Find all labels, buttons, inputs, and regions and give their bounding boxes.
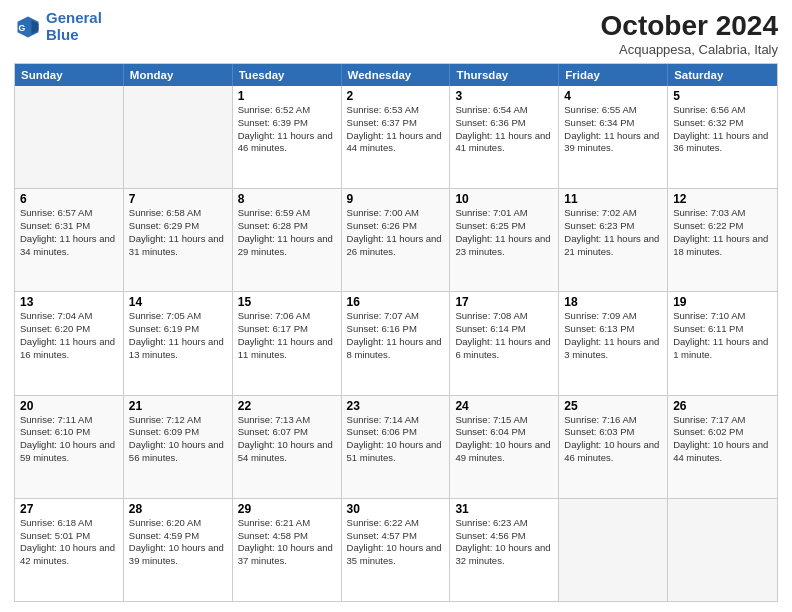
calendar-cell: 1Sunrise: 6:52 AM Sunset: 6:39 PM Daylig…	[233, 86, 342, 188]
day-number: 3	[455, 89, 553, 103]
calendar-cell: 8Sunrise: 6:59 AM Sunset: 6:28 PM Daylig…	[233, 189, 342, 291]
month-title: October 2024	[601, 10, 778, 42]
calendar-cell: 27Sunrise: 6:18 AM Sunset: 5:01 PM Dayli…	[15, 499, 124, 601]
logo-text: General Blue	[46, 10, 102, 43]
calendar-row: 13Sunrise: 7:04 AM Sunset: 6:20 PM Dayli…	[15, 291, 777, 394]
cell-info: Sunrise: 6:58 AM Sunset: 6:29 PM Dayligh…	[129, 207, 227, 258]
day-number: 19	[673, 295, 772, 309]
cell-info: Sunrise: 7:16 AM Sunset: 6:03 PM Dayligh…	[564, 414, 662, 465]
calendar-row: 1Sunrise: 6:52 AM Sunset: 6:39 PM Daylig…	[15, 86, 777, 188]
calendar-cell: 26Sunrise: 7:17 AM Sunset: 6:02 PM Dayli…	[668, 396, 777, 498]
cell-info: Sunrise: 6:52 AM Sunset: 6:39 PM Dayligh…	[238, 104, 336, 155]
cell-info: Sunrise: 7:17 AM Sunset: 6:02 PM Dayligh…	[673, 414, 772, 465]
calendar: SundayMondayTuesdayWednesdayThursdayFrid…	[14, 63, 778, 602]
day-number: 14	[129, 295, 227, 309]
day-number: 31	[455, 502, 553, 516]
cell-info: Sunrise: 7:12 AM Sunset: 6:09 PM Dayligh…	[129, 414, 227, 465]
day-number: 13	[20, 295, 118, 309]
cell-info: Sunrise: 7:05 AM Sunset: 6:19 PM Dayligh…	[129, 310, 227, 361]
calendar-header-cell: Sunday	[15, 64, 124, 86]
day-number: 20	[20, 399, 118, 413]
calendar-cell: 11Sunrise: 7:02 AM Sunset: 6:23 PM Dayli…	[559, 189, 668, 291]
calendar-cell	[559, 499, 668, 601]
calendar-cell: 14Sunrise: 7:05 AM Sunset: 6:19 PM Dayli…	[124, 292, 233, 394]
cell-info: Sunrise: 6:57 AM Sunset: 6:31 PM Dayligh…	[20, 207, 118, 258]
day-number: 12	[673, 192, 772, 206]
logo-icon: G	[14, 13, 42, 41]
cell-info: Sunrise: 7:10 AM Sunset: 6:11 PM Dayligh…	[673, 310, 772, 361]
cell-info: Sunrise: 6:55 AM Sunset: 6:34 PM Dayligh…	[564, 104, 662, 155]
day-number: 27	[20, 502, 118, 516]
day-number: 24	[455, 399, 553, 413]
cell-info: Sunrise: 6:59 AM Sunset: 6:28 PM Dayligh…	[238, 207, 336, 258]
calendar-cell	[15, 86, 124, 188]
cell-info: Sunrise: 7:00 AM Sunset: 6:26 PM Dayligh…	[347, 207, 445, 258]
cell-info: Sunrise: 7:03 AM Sunset: 6:22 PM Dayligh…	[673, 207, 772, 258]
calendar-cell: 15Sunrise: 7:06 AM Sunset: 6:17 PM Dayli…	[233, 292, 342, 394]
calendar-cell: 10Sunrise: 7:01 AM Sunset: 6:25 PM Dayli…	[450, 189, 559, 291]
cell-info: Sunrise: 7:15 AM Sunset: 6:04 PM Dayligh…	[455, 414, 553, 465]
cell-info: Sunrise: 6:53 AM Sunset: 6:37 PM Dayligh…	[347, 104, 445, 155]
day-number: 10	[455, 192, 553, 206]
header: G General Blue October 2024 Acquappesa, …	[14, 10, 778, 57]
calendar-cell: 19Sunrise: 7:10 AM Sunset: 6:11 PM Dayli…	[668, 292, 777, 394]
calendar-cell: 30Sunrise: 6:22 AM Sunset: 4:57 PM Dayli…	[342, 499, 451, 601]
cell-info: Sunrise: 6:56 AM Sunset: 6:32 PM Dayligh…	[673, 104, 772, 155]
logo: G General Blue	[14, 10, 102, 43]
calendar-cell: 25Sunrise: 7:16 AM Sunset: 6:03 PM Dayli…	[559, 396, 668, 498]
cell-info: Sunrise: 7:06 AM Sunset: 6:17 PM Dayligh…	[238, 310, 336, 361]
calendar-header-cell: Wednesday	[342, 64, 451, 86]
calendar-cell: 4Sunrise: 6:55 AM Sunset: 6:34 PM Daylig…	[559, 86, 668, 188]
cell-info: Sunrise: 7:13 AM Sunset: 6:07 PM Dayligh…	[238, 414, 336, 465]
title-block: October 2024 Acquappesa, Calabria, Italy	[601, 10, 778, 57]
cell-info: Sunrise: 6:54 AM Sunset: 6:36 PM Dayligh…	[455, 104, 553, 155]
calendar-cell	[124, 86, 233, 188]
calendar-cell: 22Sunrise: 7:13 AM Sunset: 6:07 PM Dayli…	[233, 396, 342, 498]
calendar-header-cell: Thursday	[450, 64, 559, 86]
cell-info: Sunrise: 6:20 AM Sunset: 4:59 PM Dayligh…	[129, 517, 227, 568]
calendar-cell: 3Sunrise: 6:54 AM Sunset: 6:36 PM Daylig…	[450, 86, 559, 188]
calendar-header: SundayMondayTuesdayWednesdayThursdayFrid…	[15, 64, 777, 86]
cell-info: Sunrise: 7:11 AM Sunset: 6:10 PM Dayligh…	[20, 414, 118, 465]
calendar-cell: 21Sunrise: 7:12 AM Sunset: 6:09 PM Dayli…	[124, 396, 233, 498]
cell-info: Sunrise: 7:02 AM Sunset: 6:23 PM Dayligh…	[564, 207, 662, 258]
calendar-row: 6Sunrise: 6:57 AM Sunset: 6:31 PM Daylig…	[15, 188, 777, 291]
day-number: 30	[347, 502, 445, 516]
cell-info: Sunrise: 6:21 AM Sunset: 4:58 PM Dayligh…	[238, 517, 336, 568]
calendar-header-cell: Friday	[559, 64, 668, 86]
calendar-cell: 20Sunrise: 7:11 AM Sunset: 6:10 PM Dayli…	[15, 396, 124, 498]
calendar-cell: 16Sunrise: 7:07 AM Sunset: 6:16 PM Dayli…	[342, 292, 451, 394]
day-number: 21	[129, 399, 227, 413]
calendar-row: 20Sunrise: 7:11 AM Sunset: 6:10 PM Dayli…	[15, 395, 777, 498]
calendar-header-cell: Monday	[124, 64, 233, 86]
cell-info: Sunrise: 6:18 AM Sunset: 5:01 PM Dayligh…	[20, 517, 118, 568]
day-number: 1	[238, 89, 336, 103]
calendar-cell: 13Sunrise: 7:04 AM Sunset: 6:20 PM Dayli…	[15, 292, 124, 394]
calendar-row: 27Sunrise: 6:18 AM Sunset: 5:01 PM Dayli…	[15, 498, 777, 601]
day-number: 26	[673, 399, 772, 413]
calendar-cell: 18Sunrise: 7:09 AM Sunset: 6:13 PM Dayli…	[559, 292, 668, 394]
cell-info: Sunrise: 7:07 AM Sunset: 6:16 PM Dayligh…	[347, 310, 445, 361]
day-number: 18	[564, 295, 662, 309]
day-number: 9	[347, 192, 445, 206]
calendar-cell	[668, 499, 777, 601]
day-number: 7	[129, 192, 227, 206]
calendar-cell: 31Sunrise: 6:23 AM Sunset: 4:56 PM Dayli…	[450, 499, 559, 601]
day-number: 22	[238, 399, 336, 413]
calendar-cell: 5Sunrise: 6:56 AM Sunset: 6:32 PM Daylig…	[668, 86, 777, 188]
calendar-header-cell: Tuesday	[233, 64, 342, 86]
calendar-cell: 7Sunrise: 6:58 AM Sunset: 6:29 PM Daylig…	[124, 189, 233, 291]
day-number: 25	[564, 399, 662, 413]
location-subtitle: Acquappesa, Calabria, Italy	[601, 42, 778, 57]
day-number: 5	[673, 89, 772, 103]
day-number: 29	[238, 502, 336, 516]
day-number: 11	[564, 192, 662, 206]
calendar-cell: 29Sunrise: 6:21 AM Sunset: 4:58 PM Dayli…	[233, 499, 342, 601]
svg-text:G: G	[18, 22, 25, 32]
calendar-cell: 28Sunrise: 6:20 AM Sunset: 4:59 PM Dayli…	[124, 499, 233, 601]
calendar-cell: 6Sunrise: 6:57 AM Sunset: 6:31 PM Daylig…	[15, 189, 124, 291]
calendar-cell: 17Sunrise: 7:08 AM Sunset: 6:14 PM Dayli…	[450, 292, 559, 394]
day-number: 16	[347, 295, 445, 309]
day-number: 8	[238, 192, 336, 206]
cell-info: Sunrise: 7:09 AM Sunset: 6:13 PM Dayligh…	[564, 310, 662, 361]
